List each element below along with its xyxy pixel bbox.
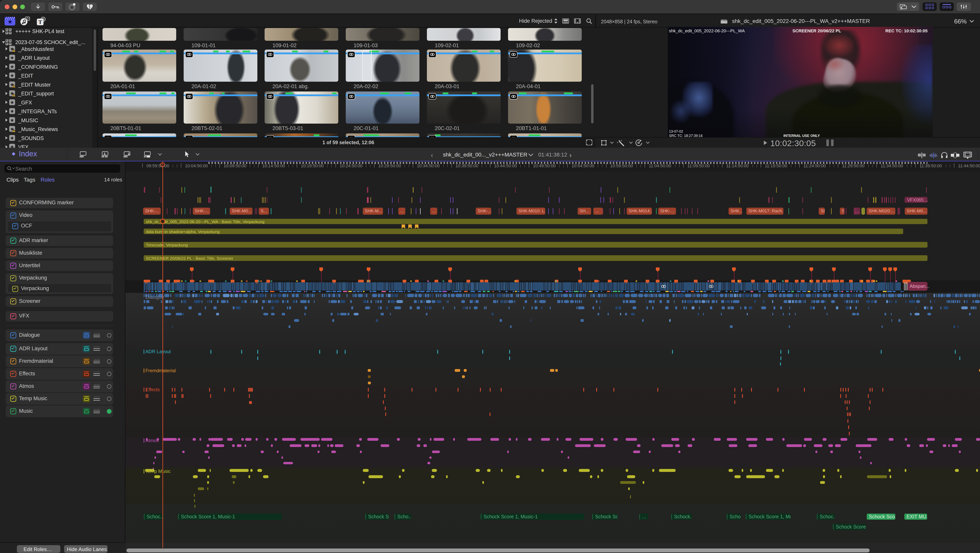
svg-text:T: T — [38, 19, 42, 25]
